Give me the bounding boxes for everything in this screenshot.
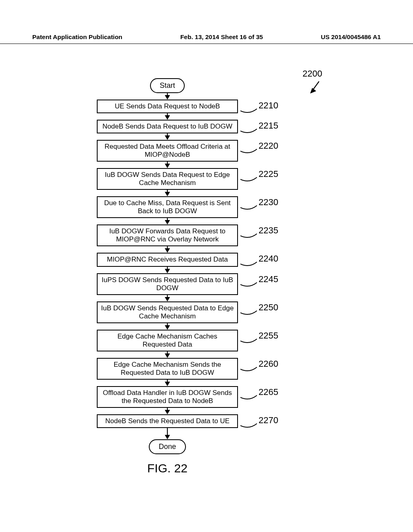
callout-number: 2215 bbox=[259, 121, 278, 131]
svg-marker-15 bbox=[165, 248, 170, 253]
process-step: IuPS DOGW Sends Requested Data to IuB DO… bbox=[97, 273, 238, 295]
header-rule bbox=[0, 44, 413, 44]
step-callout: 2265 bbox=[259, 387, 278, 397]
step-callout: 2230 bbox=[259, 197, 278, 208]
step-text: IuB DOGW Sends Requested Data to Edge Ca… bbox=[101, 304, 234, 320]
header-publication-label: Patent Application Publication bbox=[32, 33, 122, 41]
process-step: NodeB Sends Data Request to IuB DOGW bbox=[97, 120, 238, 133]
process-step: Edge Cache Mechanism Sends the Requested… bbox=[97, 358, 238, 380]
arrow-down-icon bbox=[165, 295, 170, 301]
step-callout: 2240 bbox=[259, 254, 278, 264]
step-text: IuPS DOGW Sends Requested Data to IuB DO… bbox=[102, 276, 233, 292]
svg-marker-27 bbox=[165, 410, 170, 414]
figure-22: 2200 Start UE Sends Data Request to Node… bbox=[0, 69, 413, 475]
terminator-start: Start bbox=[150, 78, 185, 93]
done-label: Done bbox=[159, 443, 176, 451]
step-callout: 2235 bbox=[259, 225, 278, 236]
step-text: Due to Cache Miss, Data Request is Sent … bbox=[104, 199, 231, 215]
callout-number: 2220 bbox=[259, 141, 278, 151]
step-callout: 2245 bbox=[259, 274, 278, 285]
callout-number: 2245 bbox=[259, 274, 278, 284]
process-step: UE Sends Data Request to NodeB bbox=[97, 100, 238, 113]
step-text: Edge Cache Mechanism Sends the Requested… bbox=[114, 361, 221, 376]
process-step: Edge Cache Mechanism Caches Requested Da… bbox=[97, 330, 238, 351]
svg-marker-3 bbox=[165, 95, 170, 100]
svg-line-0 bbox=[313, 81, 319, 90]
process-step: Requested Data Meets Offload Criteria at… bbox=[97, 140, 238, 162]
arrow-down-icon bbox=[165, 380, 170, 386]
arrow-down-icon bbox=[165, 218, 170, 224]
arrow-down-icon bbox=[165, 93, 170, 100]
arrow-down-icon bbox=[165, 351, 170, 358]
figure-reference-number: 2200 bbox=[302, 69, 322, 79]
arrow-down-icon bbox=[165, 323, 170, 330]
svg-marker-29 bbox=[165, 435, 170, 439]
callout-number: 2225 bbox=[259, 169, 278, 179]
svg-marker-1 bbox=[310, 88, 316, 94]
callout-number: 2255 bbox=[259, 330, 278, 341]
step-callout: 2220 bbox=[259, 141, 278, 151]
svg-marker-13 bbox=[165, 220, 170, 224]
process-step: IuB DOGW Forwards Data Request to MIOP@R… bbox=[97, 224, 238, 246]
flowchart-column: Start UE Sends Data Request to NodeB 221… bbox=[93, 69, 242, 475]
svg-marker-11 bbox=[165, 192, 170, 196]
terminator-done: Done bbox=[149, 439, 186, 454]
process-step: Offload Data Handler in IuB DOGW Sends t… bbox=[97, 386, 238, 408]
step-callout: 2210 bbox=[259, 100, 278, 111]
callout-number: 2230 bbox=[259, 197, 278, 207]
step-callout: 2270 bbox=[259, 415, 278, 426]
figure-reference-arrow-icon bbox=[310, 81, 322, 95]
callout-number: 2235 bbox=[259, 225, 278, 235]
step-callout: 2225 bbox=[259, 169, 278, 179]
step-callout: 2250 bbox=[259, 302, 278, 313]
arrow-down-icon bbox=[165, 428, 170, 439]
header-pubnumber: US 2014/0045486 A1 bbox=[321, 33, 381, 41]
step-text: UE Sends Data Request to NodeB bbox=[115, 102, 220, 110]
arrow-down-icon bbox=[165, 133, 170, 140]
process-step: Due to Cache Miss, Data Request is Sent … bbox=[97, 196, 238, 218]
svg-marker-7 bbox=[165, 135, 170, 140]
svg-marker-19 bbox=[165, 297, 170, 301]
step-text: Offload Data Handler in IuB DOGW Sends t… bbox=[103, 389, 232, 405]
arrow-down-icon bbox=[165, 113, 170, 120]
process-step: NodeB Sends the Requested Data to UE bbox=[97, 414, 238, 428]
step-text: IuB DOGW Forwards Data Request to MIOP@R… bbox=[109, 227, 225, 243]
step-text: MIOP@RNC Receives Requested Data bbox=[107, 256, 228, 263]
arrow-down-icon bbox=[165, 267, 170, 273]
step-callout: 2255 bbox=[259, 330, 278, 341]
callout-number: 2260 bbox=[259, 359, 278, 369]
callout-number: 2250 bbox=[259, 302, 278, 312]
process-step: IuB DOGW Sends Data Request to Edge Cach… bbox=[97, 168, 238, 190]
svg-marker-9 bbox=[165, 164, 170, 168]
step-text: Edge Cache Mechanism Caches Requested Da… bbox=[117, 332, 217, 348]
step-text: IuB DOGW Sends Data Request to Edge Cach… bbox=[105, 171, 230, 187]
arrow-down-icon bbox=[165, 408, 170, 414]
arrow-down-icon bbox=[165, 162, 170, 168]
svg-marker-25 bbox=[165, 382, 170, 386]
step-text: Requested Data Meets Offload Criteria at… bbox=[104, 143, 230, 158]
process-step: MIOP@RNC Receives Requested Data bbox=[97, 253, 238, 266]
page-header: Patent Application Publication Feb. 13, … bbox=[32, 33, 381, 41]
svg-marker-21 bbox=[165, 325, 170, 330]
start-label: Start bbox=[160, 81, 175, 89]
arrow-down-icon bbox=[165, 246, 170, 253]
svg-marker-17 bbox=[165, 269, 170, 273]
figure-title: FIG. 22 bbox=[93, 461, 242, 475]
step-text: NodeB Sends the Requested Data to UE bbox=[105, 417, 229, 425]
arrow-down-icon bbox=[165, 190, 170, 196]
header-date-sheet: Feb. 13, 2014 Sheet 16 of 35 bbox=[180, 33, 263, 41]
svg-marker-23 bbox=[165, 353, 170, 358]
step-callout: 2260 bbox=[259, 359, 278, 369]
callout-number: 2270 bbox=[259, 415, 278, 425]
svg-marker-5 bbox=[165, 115, 170, 120]
callout-number: 2210 bbox=[259, 100, 278, 110]
callout-number: 2265 bbox=[259, 387, 278, 397]
step-callout: 2215 bbox=[259, 121, 278, 131]
process-step: IuB DOGW Sends Requested Data to Edge Ca… bbox=[97, 301, 238, 323]
callout-number: 2240 bbox=[259, 254, 278, 264]
step-text: NodeB Sends Data Request to IuB DOGW bbox=[102, 123, 232, 130]
